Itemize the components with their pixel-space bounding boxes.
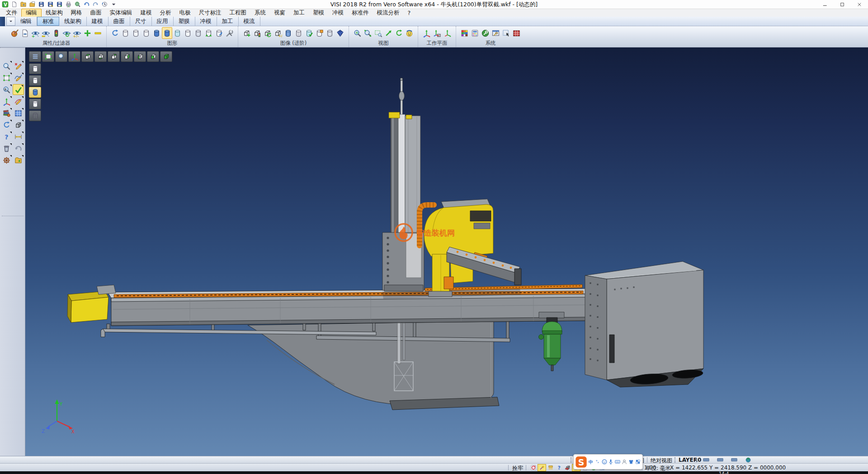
toolbar-dropdown-icon[interactable] <box>8 19 14 24</box>
toolbar-tab[interactable]: 加工 <box>217 17 239 26</box>
menu-item[interactable]: 视窗 <box>270 9 289 17</box>
menu-item[interactable]: 编辑 <box>21 9 42 17</box>
attribute-page-icon[interactable] <box>20 27 30 39</box>
render-settings-icon[interactable] <box>224 27 235 39</box>
view-axes-icon[interactable] <box>68 51 80 62</box>
undo-icon[interactable] <box>83 0 90 8</box>
display-shaded-icon[interactable] <box>29 87 41 98</box>
ime-tone-icon[interactable]: °, <box>594 458 601 466</box>
validated-view-icon[interactable] <box>304 27 314 39</box>
wireframe2-view-icon[interactable] <box>325 27 335 39</box>
ime-mic-icon[interactable] <box>608 458 614 466</box>
visibility-plus-minus-icon[interactable]: +/- <box>72 27 82 39</box>
navigation-wheel-icon[interactable] <box>1 155 12 166</box>
new-file-icon[interactable] <box>10 0 18 8</box>
gem-view-icon[interactable] <box>335 27 345 39</box>
toolbar-tab[interactable]: 标准 <box>37 17 59 26</box>
ime-keyboard-icon[interactable] <box>614 458 621 466</box>
view-bottom-icon[interactable] <box>94 51 107 62</box>
hide-remove-icon[interactable] <box>41 27 51 39</box>
help-icon[interactable]: ? <box>1 131 12 142</box>
toolbar-tab[interactable]: 线架构 <box>59 17 87 26</box>
workplane-rotate-icon[interactable] <box>442 27 453 39</box>
zoom-in-icon[interactable]: + <box>352 27 363 39</box>
display-mesh-icon[interactable] <box>29 110 41 121</box>
workplane-xyz-icon[interactable] <box>421 27 432 39</box>
striped-view-icon[interactable] <box>293 27 304 39</box>
redraw-icon[interactable] <box>110 27 120 39</box>
menu-item[interactable]: 建模 <box>137 9 156 17</box>
menu-item[interactable]: 线架构 <box>42 9 67 17</box>
menu-item[interactable]: 电极 <box>175 9 195 17</box>
save-icon[interactable] <box>38 0 45 8</box>
toolbar-tab[interactable]: 尺寸 <box>130 17 152 26</box>
mesh-view-icon[interactable] <box>193 27 203 39</box>
workplane-icon[interactable] <box>1 96 12 107</box>
system-settings-icon[interactable] <box>480 27 491 39</box>
advanced-filter-icon[interactable] <box>252 27 262 39</box>
minimize-button[interactable] <box>816 0 834 9</box>
view-iso-icon[interactable] <box>160 51 172 62</box>
visibility-refresh-icon[interactable] <box>61 27 72 39</box>
shaded-edges-view-icon[interactable] <box>162 27 172 39</box>
measure-icon[interactable] <box>13 131 24 142</box>
sogou-logo[interactable]: S <box>575 458 588 466</box>
menu-item[interactable]: 塑模 <box>309 9 328 17</box>
insert-file-icon[interactable] <box>28 0 36 8</box>
menu-item[interactable]: 工程图 <box>226 9 251 17</box>
display-wireframe-icon[interactable] <box>29 63 41 74</box>
display-hidden-icon[interactable] <box>29 75 41 86</box>
exit-solid-icon[interactable] <box>563 464 572 471</box>
redo-icon[interactable] <box>92 0 99 8</box>
filter-traffic-light-icon[interactable] <box>51 27 61 39</box>
advanced-add-icon[interactable] <box>241 27 252 39</box>
menu-item[interactable]: 曲面 <box>86 9 106 17</box>
show-all-icon[interactable] <box>82 27 93 39</box>
erase-icon[interactable] <box>13 61 24 71</box>
tagged-view-icon[interactable] <box>314 27 325 39</box>
ime-skin-icon[interactable] <box>627 458 634 466</box>
solid-box-icon[interactable] <box>13 119 24 130</box>
history-icon[interactable] <box>101 0 108 8</box>
view-zoom-icon[interactable] <box>55 51 67 62</box>
zoom-extents-icon[interactable] <box>363 27 373 39</box>
textured-view-icon[interactable] <box>283 27 293 39</box>
toolbar-tab[interactable]: 模流 <box>239 17 260 26</box>
color-table-icon[interactable] <box>459 27 470 39</box>
menu-item[interactable]: 加工 <box>289 9 309 17</box>
zoom-plus-minus-icon[interactable]: ± <box>1 84 12 95</box>
status-layer[interactable]: LAYER0 <box>679 457 701 463</box>
attribute-books-icon[interactable] <box>1 108 12 118</box>
save-as-icon[interactable] <box>47 0 54 8</box>
menu-item[interactable]: 尺寸标注 <box>195 9 226 17</box>
sketch-spline-icon[interactable] <box>13 72 24 83</box>
view-top-icon[interactable] <box>81 51 94 62</box>
workplane-entity-icon[interactable] <box>432 27 442 39</box>
menu-item[interactable]: 文件 <box>2 9 21 17</box>
view-right-icon[interactable] <box>121 51 133 62</box>
grid-window-icon[interactable] <box>13 108 24 118</box>
zoom-dynamic-icon[interactable] <box>1 61 12 71</box>
pan-icon[interactable] <box>383 27 394 39</box>
view-config-3[interactable] <box>727 456 741 464</box>
preview-icon[interactable] <box>74 0 81 8</box>
toolbar-tab[interactable]: 冲模 <box>195 17 217 26</box>
menu-item[interactable]: ? <box>404 9 415 16</box>
view-left-icon[interactable] <box>134 51 146 62</box>
show-add-icon[interactable]: + <box>30 27 41 39</box>
sketch-curve-icon[interactable] <box>13 96 24 107</box>
grid-settings-icon[interactable] <box>511 27 522 39</box>
advanced-plus-minus-icon[interactable]: +/- <box>273 27 283 39</box>
dashed-view-icon[interactable] <box>141 27 151 39</box>
print-icon[interactable] <box>65 0 72 8</box>
ime-person-icon[interactable] <box>621 458 628 466</box>
hide-all-icon[interactable] <box>93 27 103 39</box>
snap-wand-icon[interactable] <box>538 464 546 471</box>
rotate-view-icon[interactable] <box>394 27 404 39</box>
status-help-icon[interactable]: ? <box>555 464 563 471</box>
snap-rotate-icon[interactable] <box>529 464 538 471</box>
menu-item[interactable]: 系统 <box>250 9 270 17</box>
ime-smiley-icon[interactable] <box>601 458 608 466</box>
zoom-window-icon[interactable] <box>373 27 383 39</box>
attribute-paint-icon[interactable] <box>9 27 20 39</box>
